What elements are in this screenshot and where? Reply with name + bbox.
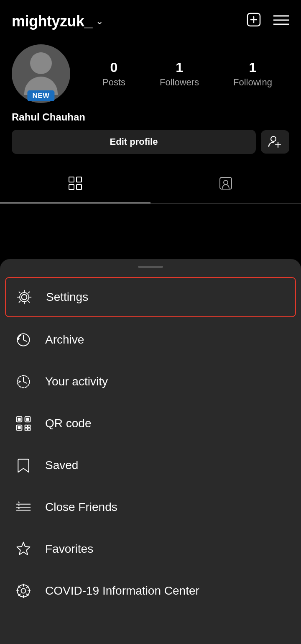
settings-label: Settings <box>46 290 88 304</box>
new-post-icon[interactable] <box>246 12 262 31</box>
svg-rect-10 <box>77 177 82 182</box>
avatar-wrapper: NEW <box>12 44 70 103</box>
drag-handle <box>138 266 163 268</box>
activity-label: Your activity <box>45 375 108 388</box>
svg-rect-11 <box>69 185 74 190</box>
svg-point-37 <box>21 589 26 593</box>
svg-rect-27 <box>25 428 27 430</box>
svg-point-14 <box>224 180 228 185</box>
new-badge[interactable]: NEW <box>27 90 54 101</box>
followers-count: 1 <box>176 60 183 75</box>
stat-following[interactable]: 1 Following <box>233 60 272 88</box>
header: mightyzuk_ ⌄ <box>0 0 301 38</box>
profile-stats: 0 Posts 1 Followers 1 Following <box>85 60 289 88</box>
menu-item-your-activity[interactable]: Your activity <box>0 361 301 403</box>
menu-item-settings[interactable]: Settings <box>5 277 296 317</box>
profile-section: NEW 0 Posts 1 Followers 1 Following Rahu… <box>0 38 301 162</box>
profile-top: NEW 0 Posts 1 Followers 1 Following <box>12 44 289 103</box>
edit-profile-button[interactable]: Edit profile <box>12 130 256 154</box>
svg-rect-20 <box>18 418 20 421</box>
hamburger-menu-icon[interactable] <box>273 14 289 29</box>
svg-point-16 <box>20 292 29 302</box>
following-count: 1 <box>249 60 257 75</box>
saved-icon <box>13 455 33 475</box>
header-right <box>246 12 289 31</box>
avatar-head <box>30 52 52 74</box>
svg-rect-13 <box>220 177 232 189</box>
menu-item-archive[interactable]: Archive <box>0 319 301 361</box>
archive-icon <box>13 330 33 350</box>
stat-followers[interactable]: 1 Followers <box>160 60 199 88</box>
close-friends-label: Close Friends <box>45 500 117 514</box>
posts-label: Posts <box>102 77 125 88</box>
tab-tagged[interactable] <box>150 167 301 203</box>
menu-items: Settings Archive <box>0 271 301 616</box>
tagged-icon <box>218 176 233 194</box>
followers-label: Followers <box>160 77 199 88</box>
qr-label: QR code <box>45 417 92 430</box>
menu-item-favorites[interactable]: Favorites <box>0 528 301 570</box>
posts-count: 0 <box>110 60 118 75</box>
svg-marker-35 <box>17 542 30 555</box>
sheet-handle <box>0 259 301 271</box>
svg-rect-26 <box>28 425 30 427</box>
display-name: Rahul Chauhan <box>12 111 289 123</box>
svg-rect-9 <box>69 177 74 182</box>
svg-rect-28 <box>28 428 30 430</box>
svg-rect-12 <box>77 185 82 190</box>
username-label[interactable]: mightyzuk_ <box>12 13 92 30</box>
qr-icon <box>13 413 33 434</box>
menu-item-saved[interactable]: Saved <box>0 444 301 486</box>
svg-marker-32 <box>18 501 20 503</box>
menu-item-covid[interactable]: COVID-19 Information Center <box>0 570 301 612</box>
grid-icon <box>68 176 83 194</box>
svg-point-15 <box>22 295 27 300</box>
menu-item-close-friends[interactable]: Close Friends <box>0 486 301 528</box>
svg-rect-24 <box>18 426 20 429</box>
favorites-icon <box>13 539 33 559</box>
covid-icon <box>13 581 33 601</box>
avatar-person <box>24 52 58 95</box>
header-left: mightyzuk_ ⌄ <box>12 13 103 30</box>
svg-rect-22 <box>26 418 29 421</box>
activity-icon <box>13 372 33 392</box>
saved-label: Saved <box>45 459 78 472</box>
tab-grid[interactable] <box>0 167 150 203</box>
stat-posts[interactable]: 0 Posts <box>102 60 125 88</box>
svg-rect-25 <box>25 425 27 427</box>
chevron-down-icon[interactable]: ⌄ <box>96 16 103 27</box>
settings-icon <box>14 287 34 307</box>
covid-label: COVID-19 Information Center <box>45 584 199 598</box>
favorites-label: Favorites <box>45 542 93 556</box>
add-person-button[interactable] <box>261 130 289 154</box>
profile-actions: Edit profile <box>12 130 289 154</box>
svg-point-6 <box>271 136 276 141</box>
profile-tabs <box>0 167 301 204</box>
close-friends-icon <box>13 497 33 517</box>
bottom-sheet: Settings Archive <box>0 259 301 644</box>
menu-item-qr-code[interactable]: QR code <box>0 403 301 444</box>
archive-label: Archive <box>45 333 84 346</box>
following-label: Following <box>233 77 272 88</box>
